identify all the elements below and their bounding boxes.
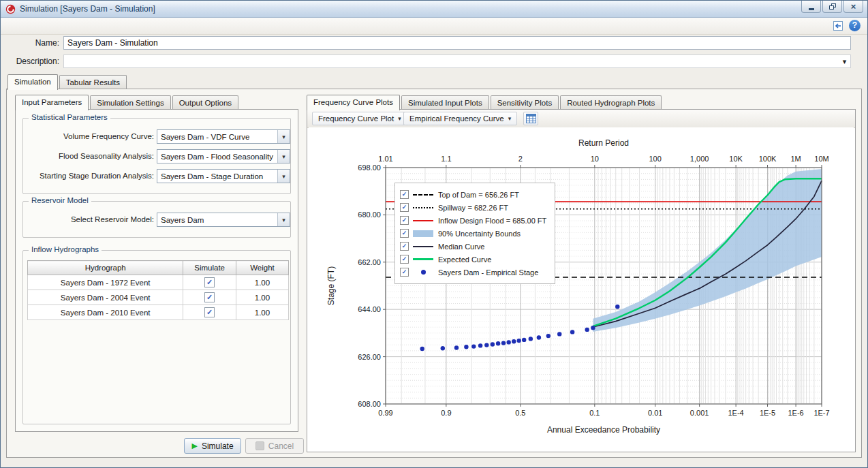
- reservoir-model-group: Reservoir Model Select Reservoir Model: …: [22, 201, 291, 238]
- frequency-curve-chart: 0.991.010.91.10.520.1100.011000.0011,000…: [309, 127, 851, 448]
- tab-input-parameters[interactable]: Input Parameters: [15, 95, 89, 110]
- svg-text:1.01: 1.01: [378, 155, 392, 163]
- weight-cell[interactable]: 1.00: [236, 275, 288, 290]
- close-icon: ×: [851, 1, 856, 12]
- help-icon[interactable]: ?: [849, 20, 861, 31]
- legend-checkbox[interactable]: ✓: [400, 242, 409, 251]
- legend-checkbox[interactable]: ✓: [400, 216, 409, 225]
- restore-button[interactable]: [822, 1, 842, 13]
- reservoir-model-combobox[interactable]: Sayers Dam ▾: [157, 213, 290, 227]
- minimize-icon: [809, 8, 814, 10]
- legend-checkbox[interactable]: ✓: [400, 255, 409, 264]
- svg-text:0.5: 0.5: [515, 409, 525, 417]
- name-input[interactable]: [63, 36, 851, 50]
- chart-area: 0.991.010.91.10.520.1100.011000.0011,000…: [309, 127, 854, 452]
- inflow-hydrographs-group: Inflow Hydrographs Hydrograph Simulate W…: [22, 250, 291, 424]
- description-label: Description:: [5, 57, 59, 66]
- starting-stage-duration-label: Starting Stage Duration Analysis:: [26, 172, 154, 180]
- plot-type-dropdown[interactable]: Frequency Curve Plot▾: [312, 112, 407, 125]
- svg-text:626.00: 626.00: [358, 353, 381, 361]
- table-row[interactable]: Sayers Dam - 1972 Event ✓ 1.00: [28, 275, 289, 290]
- dropdown-arrow-icon[interactable]: ▾: [277, 130, 290, 143]
- column-header-weight[interactable]: Weight: [236, 261, 288, 275]
- weight-cell[interactable]: 1.00: [236, 305, 288, 320]
- close-button[interactable]: ×: [843, 1, 863, 13]
- tab-simulation[interactable]: Simulation: [7, 74, 58, 90]
- simulate-checkbox[interactable]: ✓: [204, 292, 215, 302]
- volume-frequency-curve-combobox[interactable]: Sayers Dam - VDF Curve ▾: [157, 129, 290, 144]
- svg-text:1E-6: 1E-6: [788, 409, 803, 417]
- simulation-tab-content: Input Parameters Simulation Settings Out…: [6, 89, 862, 458]
- input-parameters-panel: Statistical Parameters Volume Frequency …: [15, 109, 298, 432]
- legend-checkbox[interactable]: ✓: [400, 229, 409, 238]
- description-combobox[interactable]: ▾: [63, 54, 851, 68]
- svg-text:680.00: 680.00: [358, 210, 381, 219]
- table-view-button[interactable]: [523, 112, 538, 125]
- svg-text:1,000: 1,000: [690, 155, 709, 163]
- svg-text:698.00: 698.00: [358, 163, 381, 172]
- svg-text:1M: 1M: [790, 155, 801, 163]
- weight-cell[interactable]: 1.00: [236, 290, 288, 305]
- dropdown-arrow-icon[interactable]: ▾: [277, 170, 290, 183]
- legend-empirical-stage-marker: [413, 268, 433, 277]
- simulate-checkbox[interactable]: ✓: [204, 277, 215, 287]
- svg-text:644.00: 644.00: [358, 305, 381, 313]
- simulate-button[interactable]: ▶ Simulate: [184, 438, 241, 454]
- legend-spillway-line: [413, 204, 433, 212]
- curve-type-dropdown[interactable]: Empirical Frequency Curve▾: [403, 112, 517, 125]
- inflow-hydrograph-table: Hydrograph Simulate Weight Sayers Dam - …: [27, 260, 289, 320]
- window-title: Simulation [Sayers Dam - Simulation]: [20, 4, 155, 14]
- legend-checkbox[interactable]: ✓: [400, 268, 409, 277]
- reservoir-model-label: Select Reservoir Model:: [26, 215, 154, 223]
- restore-icon: [829, 3, 836, 10]
- tab-sensitivity-plots[interactable]: Sensitivity Plots: [491, 95, 559, 109]
- tab-simulated-input-plots[interactable]: Simulated Input Plots: [401, 95, 489, 109]
- simulate-checkbox[interactable]: ✓: [204, 307, 215, 317]
- group-title: Inflow Hydrographs: [29, 245, 102, 253]
- table-row[interactable]: Sayers Dam - 2010 Event ✓ 1.00: [28, 305, 289, 320]
- svg-text:10K: 10K: [729, 155, 743, 163]
- svg-text:10: 10: [591, 155, 599, 163]
- top-toolbar: ?: [1, 18, 867, 35]
- dropdown-arrow-icon: ▾: [398, 115, 401, 122]
- minimize-button[interactable]: [801, 1, 821, 13]
- svg-text:Stage (FT): Stage (FT): [326, 266, 336, 305]
- svg-text:2: 2: [518, 155, 523, 163]
- tab-routed-hydrograph-plots[interactable]: Routed Hydrograph Plots: [560, 95, 662, 109]
- starting-stage-duration-combobox[interactable]: Sayers Dam - Stage Duration ▾: [157, 169, 290, 183]
- tab-output-options[interactable]: Output Options: [172, 95, 238, 109]
- app-window: Simulation [Sayers Dam - Simulation] × ?…: [0, 0, 868, 468]
- dropdown-arrow-icon[interactable]: ▾: [839, 55, 850, 67]
- svg-text:10M: 10M: [814, 155, 828, 163]
- tab-tabular-results[interactable]: Tabular Results: [59, 75, 127, 89]
- svg-text:0.01: 0.01: [648, 409, 662, 417]
- legend-checkbox[interactable]: ✓: [400, 203, 409, 212]
- legend-inflow-design-flood-line: [413, 217, 433, 225]
- flood-seasonality-combobox[interactable]: Sayers Dam - Flood Seasonality ▾: [157, 149, 290, 163]
- column-header-simulate[interactable]: Simulate: [183, 261, 236, 275]
- table-row[interactable]: Sayers Dam - 2004 Event ✓ 1.00: [28, 290, 289, 305]
- hydrograph-name-cell[interactable]: Sayers Dam - 2004 Event: [28, 290, 183, 305]
- legend-checkbox[interactable]: ✓: [400, 190, 409, 199]
- plot-toolbar: Frequency Curve Plot▾ Empirical Frequenc…: [307, 110, 855, 128]
- tab-frequency-curve-plots[interactable]: Frequency Curve Plots: [307, 95, 400, 110]
- svg-text:0.1: 0.1: [589, 409, 600, 417]
- svg-text:Annual Exceedance Probability: Annual Exceedance Probability: [547, 425, 660, 435]
- column-header-hydrograph[interactable]: Hydrograph: [28, 261, 183, 275]
- svg-text:Return Period: Return Period: [578, 138, 629, 148]
- hydrograph-name-cell[interactable]: Sayers Dam - 2010 Event: [28, 305, 183, 320]
- hydrograph-name-cell[interactable]: Sayers Dam - 1972 Event: [28, 275, 183, 290]
- group-title: Reservoir Model: [29, 196, 91, 204]
- dropdown-arrow-icon[interactable]: ▾: [277, 150, 290, 163]
- play-icon: ▶: [191, 442, 197, 450]
- svg-text:0.001: 0.001: [690, 409, 709, 417]
- volume-frequency-curve-label: Volume Frequency Curve:: [26, 132, 154, 140]
- dropdown-arrow-icon[interactable]: ▾: [277, 213, 290, 226]
- left-tabstrip: Input Parameters Simulation Settings Out…: [15, 94, 240, 109]
- chart-legend: ✓Top of Dam = 656.26 FT ✓Spillway = 682.…: [394, 183, 555, 284]
- group-title: Statistical Parameters: [29, 113, 110, 121]
- cancel-button[interactable]: Cancel: [245, 438, 304, 454]
- tab-simulation-settings[interactable]: Simulation Settings: [90, 95, 170, 109]
- legend-top-of-dam-line: [413, 191, 433, 199]
- dock-panel-icon[interactable]: [832, 20, 844, 32]
